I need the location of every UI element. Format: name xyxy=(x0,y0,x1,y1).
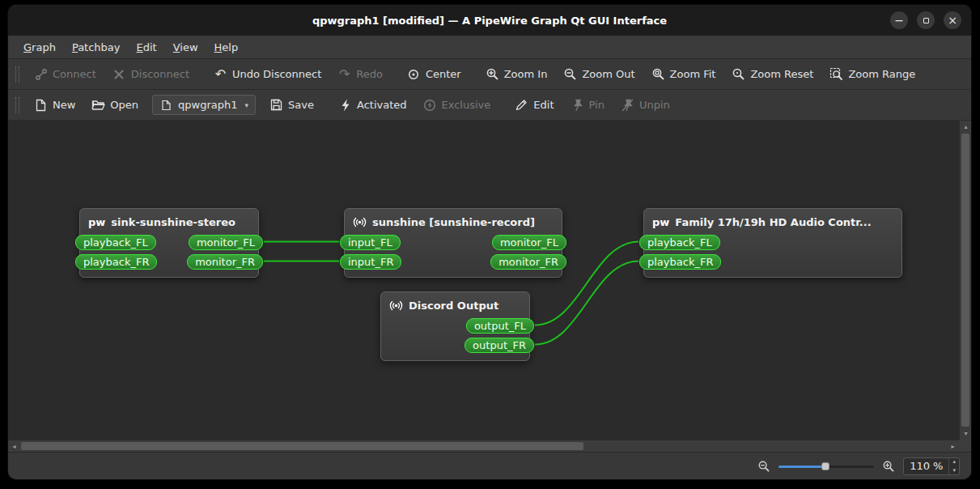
menu-help[interactable]: Help xyxy=(207,38,246,57)
patchbay-file-combo[interactable]: qpwgraph1 ▾ xyxy=(152,95,256,115)
window-controls: − × xyxy=(890,5,961,36)
minimize-button[interactable]: − xyxy=(890,11,908,29)
connect-icon xyxy=(34,67,48,81)
node-title: sink-sunshine-stereo xyxy=(111,216,235,228)
node-sink-sunshine-stereo[interactable]: pw sink-sunshine-stereo playback_FL moni… xyxy=(79,208,259,278)
close-icon: × xyxy=(948,15,957,26)
pipewire-icon: pw xyxy=(652,216,669,228)
new-button[interactable]: New xyxy=(27,93,83,117)
open-folder-icon xyxy=(91,98,105,112)
vertical-scrollbar-thumb[interactable] xyxy=(961,134,969,427)
zoom-in-button[interactable]: Zoom In xyxy=(478,62,555,86)
port-sunshine-monitor-fl[interactable]: monitor_FL xyxy=(492,235,566,250)
close-button[interactable]: × xyxy=(944,11,961,29)
toolbar-drag-handle[interactable] xyxy=(15,66,19,83)
center-button[interactable]: Center xyxy=(400,62,469,86)
exclusive-icon xyxy=(423,98,437,112)
zoom-out-button[interactable]: Zoom Out xyxy=(556,62,642,86)
node-header: pw Family 17h/19h HD Audio Contr... xyxy=(644,209,902,233)
disconnect-button[interactable]: Disconnect xyxy=(105,62,197,86)
horizontal-scrollbar[interactable]: ◂ ▸ xyxy=(8,440,959,452)
zoom-range-icon xyxy=(829,67,843,81)
menu-patchbay[interactable]: Patchbay xyxy=(65,38,128,57)
spin-down-icon[interactable]: ▾ xyxy=(949,466,959,475)
port-sunshine-input-fr[interactable]: input_FR xyxy=(340,254,401,270)
scroll-up-icon[interactable]: ▴ xyxy=(960,121,971,133)
port-sink-playback-fl[interactable]: playback_FL xyxy=(75,235,156,250)
vertical-scrollbar[interactable]: ▴ ▾ xyxy=(959,121,971,440)
open-label: Open xyxy=(110,99,138,111)
patchbay-file-name: qpwgraph1 xyxy=(178,99,237,111)
node-header: sunshine [sunshine-record] xyxy=(345,209,562,233)
zoom-fit-icon xyxy=(651,67,665,81)
node-family-hd-audio[interactable]: pw Family 17h/19h HD Audio Contr... play… xyxy=(643,208,902,278)
qpwgraph-window: qpwgraph1 [modified] — A PipeWire Graph … xyxy=(8,5,971,479)
patchbay-canvas[interactable]: pw sink-sunshine-stereo playback_FL moni… xyxy=(8,121,971,452)
center-label: Center xyxy=(426,68,461,80)
edit-button[interactable]: Edit xyxy=(507,93,561,117)
port-family-playback-fr[interactable]: playback_FR xyxy=(639,254,721,270)
undo-icon: ↶ xyxy=(214,67,227,81)
pipewire-icon: pw xyxy=(88,216,105,228)
maximize-button[interactable] xyxy=(917,11,935,29)
zoom-value[interactable]: 110 % xyxy=(904,458,948,474)
port-family-playback-fl[interactable]: playback_FL xyxy=(639,235,720,250)
redo-label: Redo xyxy=(356,68,383,80)
open-button[interactable]: Open xyxy=(84,93,146,117)
port-sink-monitor-fr[interactable]: monitor_FR xyxy=(187,254,263,270)
activated-button[interactable]: Activated xyxy=(331,93,414,117)
zoom-out-icon[interactable] xyxy=(757,460,770,473)
zoom-reset-button[interactable]: Zoom Reset xyxy=(724,62,821,86)
zoom-range-label: Zoom Range xyxy=(848,68,915,80)
node-sunshine-record[interactable]: sunshine [sunshine-record] input_FL moni… xyxy=(344,208,562,278)
pin-icon xyxy=(571,98,584,112)
activated-bolt-icon xyxy=(338,98,352,112)
node-discord-output[interactable]: Discord Output output_FL output_FR xyxy=(380,291,530,361)
scrollbar-corner xyxy=(959,440,971,452)
unpin-button[interactable]: Unpin xyxy=(613,93,677,117)
exclusive-button[interactable]: Exclusive xyxy=(416,93,498,117)
zoom-slider-fill xyxy=(778,466,825,468)
zoom-slider-handle[interactable] xyxy=(821,462,829,470)
pin-button[interactable]: Pin xyxy=(563,93,612,117)
menubar: Graph Patchbay Edit View Help xyxy=(8,36,971,59)
disconnect-icon xyxy=(112,67,126,81)
zoom-reset-icon xyxy=(732,67,745,81)
zoom-in-icon xyxy=(486,67,499,81)
zoom-reset-label: Zoom Reset xyxy=(750,68,813,80)
save-button[interactable]: Save xyxy=(262,93,321,117)
horizontal-scrollbar-thumb[interactable] xyxy=(21,442,583,450)
unpin-label: Unpin xyxy=(639,99,670,111)
menu-view[interactable]: View xyxy=(166,38,206,57)
connection-edges xyxy=(8,121,971,452)
redo-icon: ↷ xyxy=(337,67,351,81)
port-sink-playback-fr[interactable]: playback_FR xyxy=(75,254,157,270)
node-header: Discord Output xyxy=(381,292,529,317)
scroll-right-icon[interactable]: ▸ xyxy=(947,440,959,452)
node-title: sunshine [sunshine-record] xyxy=(372,216,535,228)
connect-label: Connect xyxy=(53,68,96,80)
port-sunshine-monitor-fr[interactable]: monitor_FR xyxy=(490,254,566,270)
port-sink-monitor-fl[interactable]: monitor_FL xyxy=(189,235,263,250)
unpin-icon xyxy=(621,98,634,112)
scroll-left-icon[interactable]: ◂ xyxy=(8,440,20,452)
stream-icon xyxy=(389,299,403,313)
menu-edit[interactable]: Edit xyxy=(129,38,164,57)
connect-button[interactable]: Connect xyxy=(27,62,104,86)
titlebar[interactable]: qpwgraph1 [modified] — A PipeWire Graph … xyxy=(8,5,971,36)
undo-button[interactable]: ↶ Undo Disconnect xyxy=(206,62,329,86)
menu-graph[interactable]: Graph xyxy=(16,38,63,57)
undo-label: Undo Disconnect xyxy=(232,68,321,80)
scroll-down-icon[interactable]: ▾ xyxy=(960,427,971,440)
port-sunshine-input-fl[interactable]: input_FL xyxy=(340,235,401,250)
zoom-slider[interactable] xyxy=(778,460,874,473)
port-discord-output-fl[interactable]: output_FL xyxy=(466,318,534,334)
zoom-fit-button[interactable]: Zoom Fit xyxy=(644,62,723,86)
spin-up-icon[interactable]: ▴ xyxy=(949,457,959,466)
toolbar-drag-handle[interactable] xyxy=(15,97,19,113)
zoom-spinbox[interactable]: 110 % ▴ ▾ xyxy=(903,457,960,475)
zoom-in-icon[interactable] xyxy=(882,460,895,473)
zoom-range-button[interactable]: Zoom Range xyxy=(822,62,923,86)
redo-button[interactable]: ↷ Redo xyxy=(330,62,390,86)
port-discord-output-fr[interactable]: output_FR xyxy=(465,338,534,353)
